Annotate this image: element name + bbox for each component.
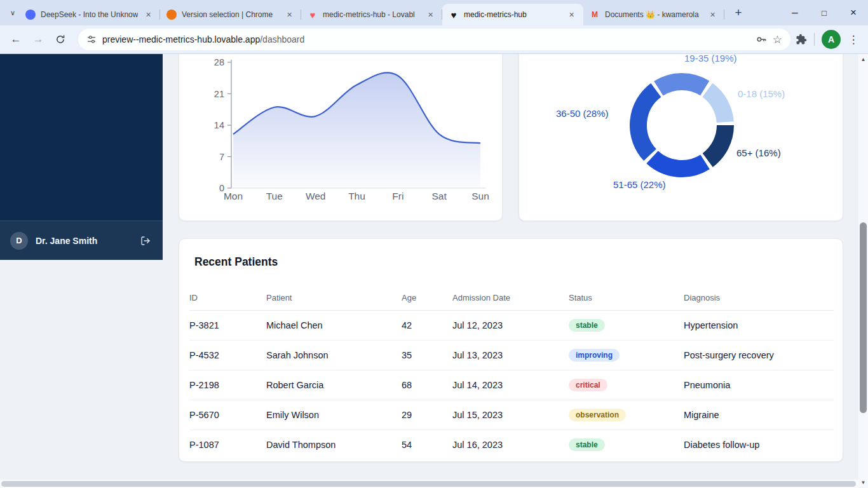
tab-medic-lovable[interactable]: medic-metrics-hub - Lovabl [301, 4, 442, 25]
url-domain: preview--medic-metrics-hub.lovable.app [102, 34, 260, 44]
age-distribution-card: 0-18 (15%) 19-35 (19%) 36-50 (28%) 51-65… [519, 54, 843, 221]
cell-diagnosis: Hypertension [684, 311, 834, 341]
password-key-icon[interactable] [756, 34, 767, 45]
scroll-down-arrow-icon[interactable] [858, 478, 868, 487]
tab-close-icon[interactable] [425, 10, 436, 20]
admissions-chart-svg: 07142128MonTueWedThuFriSatSun [179, 54, 503, 222]
address-bar[interactable]: preview--medic-metrics-hub.lovable.app/d… [78, 29, 790, 50]
cell-age: 35 [402, 341, 452, 370]
maximize-button[interactable] [810, 0, 839, 25]
cell-diagnosis: Post-surgery recovery [684, 341, 834, 370]
new-tab-button[interactable] [729, 4, 747, 22]
donut-label: 51-65 (22%) [613, 179, 666, 190]
tab-list-chevron-icon[interactable] [6, 4, 19, 21]
sidebar-user-section: D Dr. Jane Smith [0, 220, 163, 260]
table-row[interactable]: P-3821 Michael Chen 42 Jul 12, 2023 stab… [189, 311, 834, 341]
status-badge: stable [569, 319, 605, 332]
table-row[interactable]: P-1087 David Thompson 54 Jul 16, 2023 st… [189, 430, 834, 460]
patients-table-body: P-3821 Michael Chen 42 Jul 12, 2023 stab… [189, 311, 834, 460]
age-donut-svg [519, 54, 844, 222]
cell-admission: Jul 13, 2023 [452, 341, 569, 370]
reload-icon [55, 34, 65, 44]
status-badge: stable [569, 438, 605, 451]
cell-admission: Jul 15, 2023 [452, 400, 569, 430]
horizontal-scrollbar[interactable] [0, 480, 858, 488]
extensions-puzzle-icon[interactable] [796, 34, 807, 45]
forward-button[interactable]: → [29, 30, 48, 49]
donut-label: 65+ (16%) [736, 147, 781, 158]
gmail-icon [590, 10, 600, 20]
svg-text:21: 21 [214, 89, 224, 99]
logout-button[interactable] [139, 234, 153, 248]
minimize-button[interactable] [780, 0, 810, 25]
url-path: /dashboard [260, 34, 304, 44]
cell-admission: Jul 16, 2023 [452, 430, 569, 460]
svg-text:Wed: Wed [306, 191, 326, 201]
site-info-icon[interactable] [86, 34, 97, 44]
status-badge: critical [569, 379, 607, 391]
svg-text:14: 14 [214, 120, 224, 130]
patients-table: ID Patient Age Admission Date Status Dia… [189, 288, 834, 460]
svg-text:Mon: Mon [224, 191, 243, 201]
tab-close-icon[interactable] [566, 10, 577, 20]
tab-medic-metrics-hub-active[interactable]: medic-metrics-hub [442, 4, 583, 25]
browser-menu-icon[interactable] [848, 33, 859, 46]
table-row[interactable]: P-5670 Emily Wilson 29 Jul 15, 2023 obse… [189, 400, 834, 430]
tab-close-icon[interactable] [707, 10, 718, 20]
back-button[interactable]: ← [6, 30, 25, 49]
svg-text:Sun: Sun [471, 191, 489, 201]
tab-close-icon[interactable] [284, 10, 295, 20]
toolbar-right: A [796, 30, 862, 49]
scroll-up-arrow-icon[interactable] [858, 55, 868, 64]
recent-patients-card: Recent Patients ID Patient Age Admission… [179, 238, 843, 462]
cell-patient: Robert Garcia [266, 370, 402, 400]
vertical-scrollbar-thumb[interactable] [860, 222, 867, 413]
svg-text:Tue: Tue [266, 191, 283, 201]
cell-status: stable [569, 311, 684, 341]
col-header-patient: Patient [266, 288, 402, 311]
black-heart-icon [449, 10, 459, 20]
url-text[interactable]: preview--medic-metrics-hub.lovable.app/d… [102, 34, 750, 44]
donut-label: 19-35 (19%) [684, 54, 737, 64]
tab-version-selection[interactable]: Version selection | Chrome [160, 4, 301, 25]
version-selection-icon [166, 10, 177, 20]
tab-title: Version selection | Chrome [182, 10, 279, 19]
vertical-scrollbar[interactable] [858, 54, 868, 488]
table-header-row: ID Patient Age Admission Date Status Dia… [189, 288, 834, 311]
profile-avatar[interactable]: A [822, 30, 841, 49]
tab-documents-gmail[interactable]: Documents 👑 - kwamerola [583, 4, 724, 25]
cell-age: 29 [402, 400, 452, 430]
col-header-age: Age [402, 288, 452, 311]
bookmark-star-icon[interactable] [773, 33, 782, 46]
cell-patient: David Thompson [266, 430, 402, 460]
tab-title: medic-metrics-hub [464, 10, 561, 19]
cell-id: P-3821 [189, 311, 266, 341]
cell-diagnosis: Migraine [684, 400, 834, 430]
tab-close-icon[interactable] [143, 10, 154, 20]
cell-id: P-4532 [189, 341, 266, 370]
close-window-button[interactable] [839, 0, 868, 25]
tab-deepseek[interactable]: DeepSeek - Into the Unknow [19, 4, 160, 25]
cell-status: stable [569, 430, 684, 460]
table-row[interactable]: P-2198 Robert Garcia 68 Jul 14, 2023 cri… [189, 370, 834, 400]
cell-id: P-5670 [189, 400, 266, 430]
cell-status: critical [569, 370, 684, 400]
page-viewport: D Dr. Jane Smith 07142128MonTueWedThuFri… [0, 54, 868, 488]
cell-age: 42 [402, 311, 452, 341]
cell-admission: Jul 14, 2023 [452, 370, 569, 400]
reload-button[interactable] [51, 30, 70, 49]
tab-strip: DeepSeek - Into the Unknow Version selec… [0, 0, 868, 25]
horizontal-scrollbar-thumb[interactable] [1, 481, 856, 487]
svg-text:28: 28 [214, 57, 224, 67]
col-header-id: ID [189, 288, 266, 311]
browser-chrome: DeepSeek - Into the Unknow Version selec… [0, 0, 868, 54]
lovable-heart-icon [308, 10, 318, 20]
cell-admission: Jul 12, 2023 [452, 311, 569, 341]
cell-diagnosis: Diabetes follow-up [684, 430, 834, 460]
sidebar: D Dr. Jane Smith [0, 54, 163, 260]
cell-patient: Sarah Johnson [266, 341, 402, 370]
svg-text:Fri: Fri [392, 191, 403, 201]
user-avatar: D [10, 232, 28, 250]
table-row[interactable]: P-4532 Sarah Johnson 35 Jul 13, 2023 imp… [189, 341, 834, 370]
status-badge: improving [569, 349, 620, 362]
